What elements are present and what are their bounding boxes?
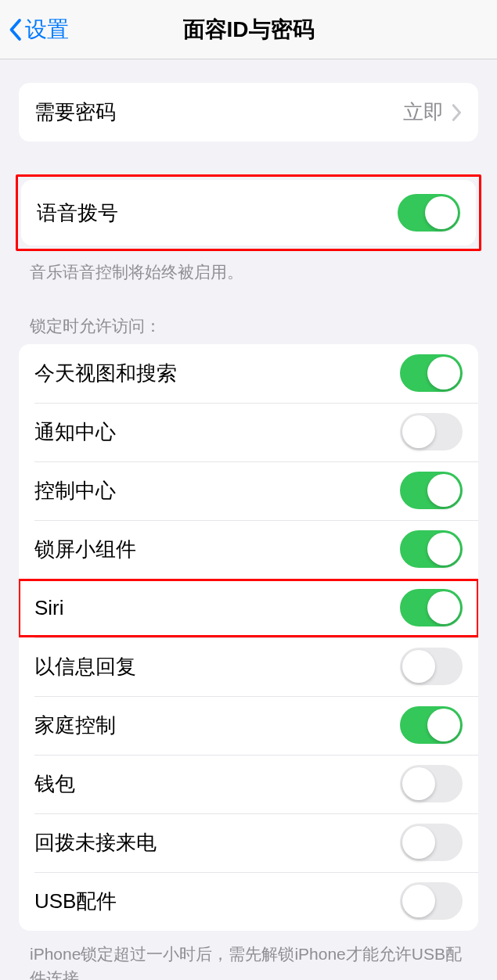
lock-access-toggle[interactable]: [400, 589, 463, 626]
lock-access-toggle[interactable]: [400, 706, 463, 744]
lock-access-row: 以信息回复: [19, 637, 478, 696]
lock-access-toggle[interactable]: [400, 354, 463, 392]
lock-access-toggle[interactable]: [400, 882, 463, 920]
toggle-knob: [402, 826, 435, 859]
back-label: 设置: [25, 15, 69, 45]
voice-dial-highlight: 语音拨号: [16, 174, 481, 251]
content: 需要密码 立即 语音拨号 音乐语音控制将始终被启用。 锁定时允许访问： 今天视图…: [0, 59, 497, 980]
lock-access-header: 锁定时允许访问：: [0, 289, 497, 343]
navbar: 设置 面容ID与密码: [0, 0, 497, 59]
toggle-knob: [427, 474, 460, 507]
toggle-knob: [427, 709, 460, 741]
toggle-knob: [427, 357, 460, 389]
voice-dial-footer: 音乐语音控制将始终被启用。: [0, 251, 497, 289]
voice-dial-toggle[interactable]: [398, 194, 460, 232]
lock-access-toggle[interactable]: [400, 472, 463, 509]
lock-access-toggle[interactable]: [400, 648, 463, 685]
lock-access-label: USB配件: [34, 888, 117, 915]
back-button[interactable]: 设置: [0, 15, 69, 45]
lock-access-toggle[interactable]: [400, 413, 463, 451]
voice-dial-label: 语音拨号: [37, 199, 118, 227]
lock-access-footer: iPhone锁定超过一小时后，需先解锁iPhone才能允许USB配件连接。: [0, 931, 497, 980]
lock-access-group: 今天视图和搜索通知中心控制中心锁屏小组件Siri以信息回复家庭控制钱包回拨未接来…: [19, 344, 478, 931]
lock-access-row: USB配件: [19, 872, 478, 931]
lock-access-label: 以信息回复: [34, 653, 136, 680]
require-passcode-label: 需要密码: [34, 99, 116, 126]
lock-access-label: 回拨未接来电: [34, 829, 157, 856]
voice-dial-group: 语音拨号: [21, 180, 476, 246]
toggle-knob: [427, 591, 460, 624]
lock-access-label: 钱包: [34, 770, 75, 798]
lock-access-label: 锁屏小组件: [34, 536, 136, 563]
toggle-knob: [402, 415, 435, 448]
chevron-right-icon: [452, 103, 463, 122]
lock-access-label: Siri: [34, 596, 64, 620]
page-title: 面容ID与密码: [0, 15, 497, 45]
lock-access-row: 回拨未接来电: [19, 813, 478, 872]
require-passcode-row[interactable]: 需要密码 立即: [19, 83, 478, 142]
lock-access-row: 锁屏小组件: [19, 520, 478, 579]
lock-access-toggle[interactable]: [400, 765, 463, 802]
lock-access-toggle[interactable]: [400, 824, 463, 861]
require-passcode-value: 立即: [403, 99, 463, 126]
lock-access-row: 钱包: [19, 755, 478, 813]
lock-access-label: 今天视图和搜索: [34, 360, 177, 387]
toggle-knob: [402, 650, 435, 683]
toggle-knob: [402, 885, 435, 917]
lock-access-toggle[interactable]: [400, 530, 463, 568]
lock-access-row: Siri: [19, 579, 478, 637]
chevron-left-icon: [8, 18, 22, 41]
lock-access-row: 今天视图和搜索: [19, 344, 478, 403]
lock-access-label: 家庭控制: [34, 712, 116, 739]
voice-dial-row: 语音拨号: [21, 180, 476, 246]
toggle-knob: [425, 196, 458, 229]
require-passcode-group: 需要密码 立即: [19, 83, 478, 142]
lock-access-row: 家庭控制: [19, 696, 478, 755]
toggle-knob: [402, 767, 435, 800]
lock-access-row: 控制中心: [19, 461, 478, 520]
lock-access-label: 通知中心: [34, 418, 116, 446]
toggle-knob: [427, 533, 460, 565]
lock-access-row: 通知中心: [19, 403, 478, 461]
lock-access-label: 控制中心: [34, 477, 116, 504]
